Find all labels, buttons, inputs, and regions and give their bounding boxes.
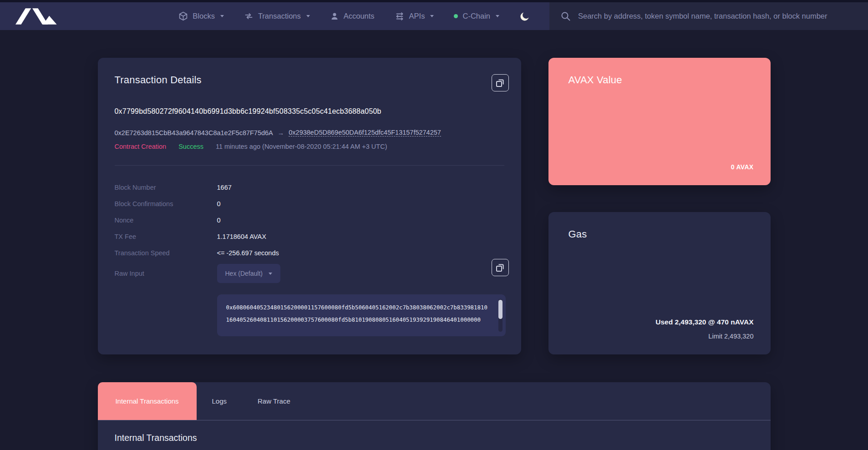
transaction-route: 0x2E7263d815CbB43a9647843C8a1e2F5c87F75d… [115, 129, 504, 137]
nav-item-label: APIs [409, 12, 425, 20]
avax-amount: 0 AVAX [731, 163, 754, 171]
card-title: AVAX Value [569, 74, 751, 86]
scrollbar-track[interactable] [498, 299, 503, 332]
to-address-link[interactable]: 0x2938eD5D869e50DA6f125dfc45F13157f52742… [289, 129, 441, 137]
transaction-type-label: Contract Creation [115, 143, 167, 150]
nav-item-accounts[interactable]: Accounts [330, 12, 375, 21]
gas-card: Gas Used 2,493,320 @ 470 nAVAX Limit 2,4… [548, 212, 771, 354]
moon-icon [519, 11, 530, 22]
chevron-down-icon [269, 273, 272, 275]
card-title: Transaction Details [115, 74, 504, 86]
api-lines-icon [395, 11, 405, 21]
nav-item-c-chain[interactable]: C-Chain [454, 12, 499, 20]
transaction-info-rows: Block Number 1667 Block Confirmations 0 … [115, 179, 504, 261]
tab-raw-trace[interactable]: Raw Trace [242, 382, 306, 420]
table-row: Block Confirmations 0 [115, 196, 504, 212]
from-address: 0x2E7263d815CbB43a9647843C8a1e2F5c87F75d… [115, 129, 273, 137]
avax-value-card: AVAX Value 0 AVAX [548, 58, 771, 185]
nav-item-label: Accounts [344, 12, 375, 20]
cube-icon [178, 11, 188, 21]
nav-item-label: Transactions [258, 12, 301, 20]
raw-input-label: Raw Input [115, 264, 217, 283]
raw-input-row: Raw Input Hex (Default) [115, 264, 504, 283]
transaction-details-card: Transaction Details 0x7799bd580272f96041… [98, 58, 521, 354]
tab-bar: Internal Transactions Logs Raw Trace [98, 382, 771, 420]
chevron-down-icon [496, 15, 499, 17]
status-badge: Success [178, 143, 203, 150]
raw-input-format-dropdown[interactable]: Hex (Default) [217, 264, 280, 283]
search-input[interactable] [578, 12, 857, 20]
table-row: Nonce 0 [115, 212, 504, 228]
chevron-down-icon [306, 15, 310, 17]
person-icon [330, 12, 339, 21]
swap-arrows-icon [244, 11, 254, 21]
gas-used-value: Used 2,493,320 @ 470 nAVAX [655, 318, 753, 326]
table-row: TX Fee 1.1718604 AVAX [115, 228, 504, 245]
right-column: AVAX Value 0 AVAX Gas Used 2,493,320 @ 4… [548, 58, 771, 354]
tab-logs[interactable]: Logs [197, 382, 243, 420]
table-row: Transaction Speed <= -256.697 seconds [115, 245, 504, 261]
green-status-dot [454, 14, 458, 18]
main-content: Transaction Details 0x7799bd580272f96041… [98, 58, 771, 354]
gas-limit-value: Limit 2,493,320 [708, 333, 753, 340]
avalanche-logo[interactable] [15, 7, 57, 25]
transaction-status-line: Contract Creation Success 11 minutes ago… [115, 143, 504, 150]
nav-item-label: C-Chain [462, 12, 490, 20]
nav-item-apis[interactable]: APIs [395, 11, 434, 21]
raw-input-data: 0x60806040523480156200001157600080fd5b50… [226, 301, 489, 326]
nav-item-label: Blocks [193, 12, 215, 20]
raw-input-data-box[interactable]: 0x60806040523480156200001157600080fd5b50… [217, 294, 506, 336]
nav-menu: Blocks Transactions Accounts APIs [178, 11, 534, 22]
divider [115, 165, 504, 166]
navbar: Blocks Transactions Accounts APIs [0, 2, 868, 30]
copy-icon [496, 79, 504, 87]
section-title: Internal Transactions [115, 433, 771, 443]
copy-icon [496, 263, 504, 272]
chevron-down-icon [430, 15, 434, 17]
avalanche-logo-icon [15, 7, 57, 25]
transaction-tabs-card: Internal Transactions Logs Raw Trace Int… [98, 382, 771, 450]
nav-item-transactions[interactable]: Transactions [244, 11, 310, 21]
transaction-hash: 0x7799bd580272f9604140b6991d3bb6c19924bf… [115, 107, 504, 116]
chevron-down-icon [220, 15, 224, 17]
copy-transaction-button[interactable] [492, 74, 509, 91]
arrow-right-icon: → [278, 129, 284, 137]
search-bar [549, 2, 868, 30]
search-icon [560, 11, 571, 22]
table-row: Block Number 1667 [115, 179, 504, 196]
scrollbar-thumb[interactable] [498, 300, 503, 319]
theme-toggle-button[interactable] [519, 11, 530, 22]
card-title: Gas [569, 228, 751, 240]
copy-raw-input-button[interactable] [492, 259, 509, 276]
nav-item-blocks[interactable]: Blocks [178, 11, 224, 21]
timestamp: 11 minutes ago (November-08-2020 05:21:4… [216, 143, 387, 150]
tab-internal-transactions[interactable]: Internal Transactions [98, 382, 197, 420]
